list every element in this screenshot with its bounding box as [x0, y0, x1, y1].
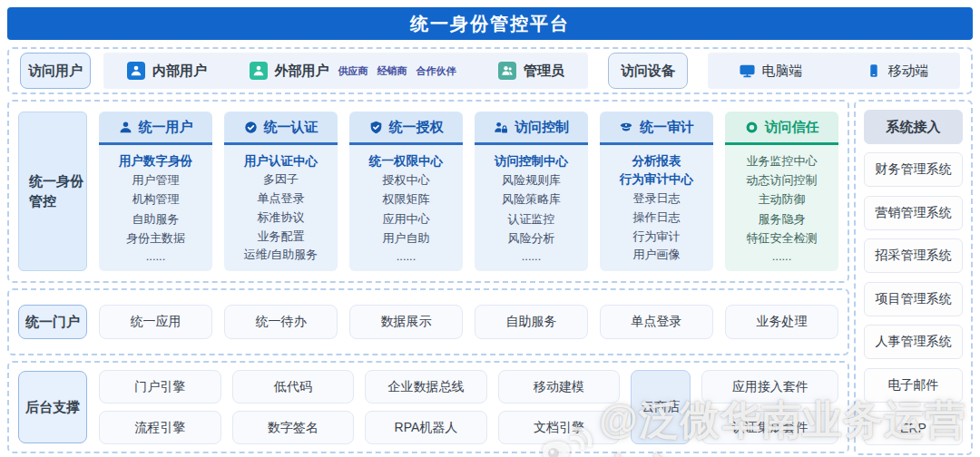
- column-unified-audit-body: 分析报表 行为审计中心 登录日志 操作日志 行为审计 用户画像: [600, 145, 713, 271]
- list-item: 机构管理: [132, 191, 180, 208]
- internal-user-group: 内部用户: [127, 62, 207, 80]
- column-unified-user-body: 用户数字身份 用户管理 机构管理 自助服务 身份主数据 ......: [99, 145, 212, 271]
- admin-user-label: 管理员: [524, 63, 564, 80]
- list-item: 单点登录: [258, 190, 305, 207]
- audit-cap-icon: [619, 121, 633, 134]
- backend-workflow-engine: 流程引擎: [99, 411, 221, 444]
- list-item: 自助服务: [132, 211, 180, 228]
- backend-section: 后台支撑 门户引擎 低代码 企业数据总线 移动建模 流程引擎 数字签名 RPA机…: [7, 361, 849, 453]
- mobile-label: 移动端: [888, 63, 929, 80]
- admin-user-group: 管理员: [498, 62, 564, 80]
- list-item: 风险分析: [508, 230, 555, 247]
- system-email: 电子邮件: [864, 368, 963, 403]
- column-unified-audit: 统一审计 分析报表 行为审计中心 登录日志 操作日志 行为审计 用户画像: [600, 112, 713, 271]
- column-access-control-body: 访问控制中心 风险规则库 风险策略库 认证监控 风险分析 ......: [475, 145, 588, 271]
- list-item: 身份主数据: [126, 230, 185, 247]
- internal-user-label: 内部用户: [152, 63, 207, 80]
- person-lock-icon: [494, 121, 508, 134]
- external-user-tags: 供应商 经销商 合作伙伴: [338, 64, 456, 78]
- list-item: 风险策略库: [502, 191, 561, 208]
- list-item: 风险规则库: [502, 172, 561, 189]
- list-item: 用户画像: [633, 247, 681, 263]
- list-item: 操作日志: [633, 209, 681, 226]
- shield-check-icon: [369, 121, 383, 134]
- column-unified-authz-body: 统一权限中心 授权中心 权限矩阵 应用中心 用户自助 ......: [349, 145, 463, 271]
- column-unified-audit-header: 统一审计: [600, 112, 713, 145]
- list-item: 业务监控中心: [747, 153, 818, 170]
- badge-check-icon: [244, 121, 258, 134]
- column-title: 统一审计: [640, 119, 694, 136]
- system-procurement: 招采管理系统: [864, 238, 963, 273]
- backend-mobile-modeling: 移动建模: [498, 370, 621, 404]
- system-project: 项目管理系统: [864, 282, 963, 316]
- desktop-icon: [740, 63, 755, 78]
- column-unified-auth-header: 统一认证: [224, 112, 338, 145]
- admin-user-icon: [498, 62, 516, 80]
- list-item: 标准协议: [258, 209, 305, 226]
- external-user-label: 外部用户: [275, 63, 329, 80]
- desktop-group: 电脑端: [740, 63, 803, 80]
- portal-business: 业务处理: [725, 305, 838, 339]
- column-unified-auth: 统一认证 用户认证中心 多因子 单点登录 标准协议 业务配置 运维/自助服务: [224, 112, 338, 271]
- backend-portal-engine: 门户引擎: [99, 370, 221, 404]
- column-unified-user-header: 统一用户: [99, 112, 212, 145]
- column-title: 统一认证: [264, 119, 318, 136]
- user-icon: [119, 121, 132, 134]
- backend-low-code: 低代码: [232, 370, 355, 404]
- portal-self-service: 自助服务: [475, 305, 588, 339]
- column-unified-user: 统一用户 用户数字身份 用户管理 机构管理 自助服务 身份主数据 ......: [99, 112, 212, 271]
- trust-ring-icon: [745, 121, 759, 134]
- column-title: 访问信任: [765, 119, 819, 136]
- backend-rpa-robot: RPA机器人: [365, 411, 487, 444]
- list-item: 用户认证中心: [244, 153, 318, 170]
- column-title: 访问控制: [514, 119, 569, 136]
- mobile-icon: [867, 63, 881, 78]
- portal-sso: 单点登录: [600, 305, 713, 339]
- backend-auth-integration-suite: 认证集成套件: [701, 411, 838, 444]
- mobile-group: 移动端: [867, 63, 929, 80]
- system-erp: ERP: [864, 411, 963, 445]
- list-item: 运维/自助服务: [244, 247, 318, 263]
- backend-cloud-store: 云商店: [631, 370, 691, 444]
- system-access-section: 系统接入 财务管理系统 营销管理系统 招采管理系统 项目管理系统 人事管理系统 …: [854, 100, 973, 455]
- internal-user-icon: [127, 62, 145, 80]
- system-finance: 财务管理系统: [864, 152, 963, 187]
- backend-doc-engine: 文档引擎: [498, 411, 621, 444]
- header-bar: 统一身份管控平台: [7, 7, 973, 40]
- portal-unified-todo: 统一待办: [224, 305, 338, 339]
- column-unified-auth-body: 用户认证中心 多因子 单点登录 标准协议 业务配置 运维/自助服务: [224, 145, 338, 271]
- column-access-control-header: 访问控制: [475, 112, 588, 145]
- list-item: 分析报表: [632, 153, 681, 170]
- list-item: 应用中心: [383, 211, 430, 228]
- backend-digital-signature: 数字签名: [232, 411, 355, 444]
- desktop-label: 电脑端: [762, 63, 803, 80]
- device-types-panel: 电脑端 移动端: [708, 53, 960, 89]
- external-user-icon: [250, 62, 268, 80]
- list-item: 权限矩阵: [383, 191, 430, 208]
- identity-section-label: 统一身份管控: [18, 112, 87, 271]
- column-title: 统一用户: [139, 119, 193, 136]
- user-types-panel: 内部用户 外部用户 供应商 经销商 合作伙伴 管理员: [103, 53, 588, 89]
- portal-section: 统一门户 统一应用 统一待办 数据展示 自助服务 单点登录 业务处理: [7, 288, 849, 355]
- list-item: 用户数字身份: [119, 153, 192, 170]
- list-item: ......: [397, 249, 416, 263]
- list-item: 特征安全检测: [747, 230, 818, 247]
- column-access-trust-body: 业务监控中心 动态访问控制 主动防御 服务隐身 特征安全检测 ......: [725, 145, 838, 271]
- tag-supplier: 供应商: [338, 64, 368, 78]
- list-item: ......: [146, 249, 166, 263]
- list-item: 多因子: [263, 171, 299, 188]
- list-item: 登录日志: [633, 190, 681, 207]
- portal-data-display: 数据展示: [349, 305, 463, 339]
- list-item: 动态访问控制: [747, 172, 818, 189]
- list-item: ......: [772, 249, 792, 263]
- column-access-trust: 访问信任 业务监控中心 动态访问控制 主动防御 服务隐身 特征安全检测 ....…: [725, 112, 838, 271]
- access-users-label: 访问用户: [20, 53, 91, 89]
- tag-distributor: 经销商: [377, 64, 407, 78]
- backend-app-access-suite: 应用接入套件: [701, 370, 838, 404]
- system-marketing: 营销管理系统: [864, 196, 963, 230]
- list-item: ......: [522, 249, 542, 263]
- list-item: 服务隐身: [759, 211, 806, 228]
- access-devices-label: 访问设备: [608, 53, 688, 89]
- identity-section: 统一身份管控 统一用户 用户数字身份 用户管理 机构管理 自助服务 身份主数据 …: [7, 100, 849, 283]
- portal-label: 统一门户: [18, 305, 87, 339]
